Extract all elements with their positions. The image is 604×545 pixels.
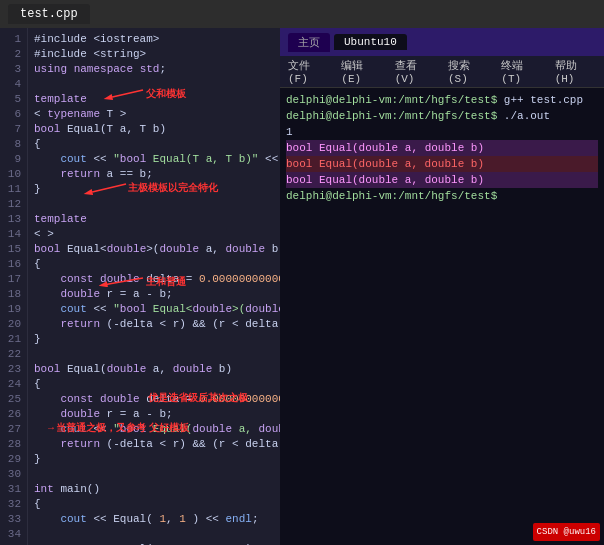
top-bar: test.cpp <box>0 0 604 28</box>
terminal-line: bool Equal(double a, double b) <box>286 140 598 156</box>
terminal-menu-item[interactable]: 帮助(H) <box>555 58 596 85</box>
code-line <box>34 347 274 362</box>
terminal-line: delphi@delphi-vm:/mnt/hgfs/test$ g++ tes… <box>286 92 598 108</box>
csdn-badge: CSDN @uwu16 <box>533 523 600 541</box>
code-line: bool Equal(double a, double b) <box>34 362 274 377</box>
code-line: #include <iostream> <box>34 32 274 47</box>
code-line: int main() <box>34 482 274 497</box>
code-line: < > <box>34 227 274 242</box>
terminal-line: 1 <box>286 124 598 140</box>
code-line: template <box>34 92 274 107</box>
code-editor: 1234567891011121314151617181920212223242… <box>0 28 280 545</box>
code-line: const double delta = 0.000000000000001; <box>34 392 274 407</box>
terminal-line: bool Equal(double a, double b) <box>286 156 598 172</box>
code-line: cout << "bool Equal(T a, T b)" << endl; <box>34 152 274 167</box>
code-line <box>34 467 274 482</box>
code-line: cout << Equal( 1, 1 ) << endl; <box>34 512 274 527</box>
terminal-menubar: 文件(F)编辑(E)查看(V)搜索(S)终端(T)帮助(H) <box>280 56 604 88</box>
terminal-line: delphi@delphi-vm:/mnt/hgfs/test$ ./a.out <box>286 108 598 124</box>
code-content: #include <iostream>#include <string>usin… <box>28 28 280 545</box>
code-line: template <box>34 212 274 227</box>
code-line: { <box>34 257 274 272</box>
code-line: bool Equal<double>(double a, double b) <box>34 242 274 257</box>
code-line: using namespace std; <box>34 62 274 77</box>
terminal-body: delphi@delphi-vm:/mnt/hgfs/test$ g++ tes… <box>280 88 604 545</box>
code-line: { <box>34 497 274 512</box>
code-line: { <box>34 377 274 392</box>
terminal-menu-item[interactable]: 搜索(S) <box>448 58 489 85</box>
code-line <box>34 527 274 542</box>
code-line: double r = a - b; <box>34 287 274 302</box>
terminal-line: bool Equal(double a, double b) <box>286 172 598 188</box>
terminal-menu-item[interactable]: 查看(V) <box>395 58 436 85</box>
code-line: double r = a - b; <box>34 407 274 422</box>
code-line: } <box>34 452 274 467</box>
code-line: const double delta = 0.000000000000001; <box>34 272 274 287</box>
line-numbers: 1234567891011121314151617181920212223242… <box>0 28 28 545</box>
terminal-line: delphi@delphi-vm:/mnt/hgfs/test$ <box>286 188 598 204</box>
tab-ubuntu[interactable]: Ubuntu10 <box>334 34 407 50</box>
terminal-panel: 主页 Ubuntu10 文件(F)编辑(E)查看(V)搜索(S)终端(T)帮助(… <box>280 28 604 545</box>
code-line: #include <string> <box>34 47 274 62</box>
code-line: < typename T > <box>34 107 274 122</box>
code-line: return (-delta < r) && (r < delta); <box>34 317 274 332</box>
terminal-header: 主页 Ubuntu10 <box>280 28 604 56</box>
terminal-menu-item[interactable]: 文件(F) <box>288 58 329 85</box>
code-line: } <box>34 182 274 197</box>
terminal-menu-item[interactable]: 终端(T) <box>501 58 542 85</box>
code-line: { <box>34 137 274 152</box>
editor-tab[interactable]: test.cpp <box>8 4 90 24</box>
tab-home[interactable]: 主页 <box>288 33 330 52</box>
code-line: return a == b; <box>34 167 274 182</box>
code-line: } <box>34 332 274 347</box>
terminal-menu-item[interactable]: 编辑(E) <box>341 58 382 85</box>
tab-home-label: 主页 <box>298 37 320 49</box>
code-line: return (-delta < r) && (r < delta); <box>34 437 274 452</box>
code-line: cout << "bool Equal(double a, double b)"… <box>34 422 274 437</box>
code-line: cout << "bool Equal<double>(double a, do… <box>34 302 274 317</box>
code-line: bool Equal(T a, T b) <box>34 122 274 137</box>
code-line <box>34 77 274 92</box>
tab-ubuntu-label: Ubuntu10 <box>344 36 397 48</box>
code-line <box>34 197 274 212</box>
